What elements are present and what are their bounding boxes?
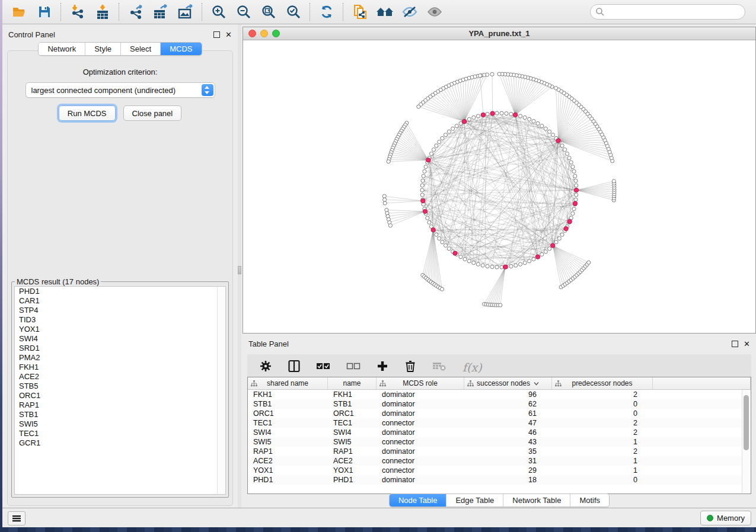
- mcds-result-item[interactable]: RAP1: [15, 400, 225, 410]
- memory-button[interactable]: Memory: [700, 511, 751, 525]
- mcds-result-item[interactable]: PMA2: [15, 353, 225, 363]
- mcds-result-item[interactable]: SWI5: [15, 419, 225, 429]
- table-row[interactable]: SWI5SWI5connector431: [248, 437, 751, 447]
- toolbar-separator: [60, 3, 62, 21]
- close-panel-button[interactable]: Close panel: [123, 105, 182, 121]
- run-mcds-button[interactable]: Run MCDS: [59, 105, 116, 121]
- hide-selected-icon[interactable]: [397, 2, 422, 22]
- show-all-icon[interactable]: [422, 2, 447, 22]
- mcds-result-item[interactable]: STB5: [15, 382, 225, 391]
- maximize-window-icon[interactable]: [272, 30, 280, 37]
- deselect-all-columns-icon[interactable]: [346, 362, 361, 373]
- open-file-icon[interactable]: [7, 2, 32, 22]
- cell-name: ORC1: [328, 409, 377, 418]
- clone-network-icon[interactable]: [347, 2, 372, 22]
- tab-mcds[interactable]: MCDS: [160, 43, 201, 55]
- tab-select[interactable]: Select: [120, 43, 160, 55]
- cell-MCDS-role: dominator: [377, 400, 464, 408]
- mcds-result-item[interactable]: SWI4: [15, 334, 225, 344]
- cell-successor-nodes: 46: [464, 428, 552, 437]
- cell-MCDS-role: dominator: [377, 428, 464, 437]
- table-row[interactable]: RAP1RAP1dominator352: [248, 447, 751, 456]
- mcds-result-item[interactable]: YOX1: [15, 325, 225, 334]
- close-panel-icon[interactable]: ✕: [225, 32, 232, 37]
- table-row[interactable]: ORC1ORC1dominator610: [248, 409, 751, 418]
- table-row[interactable]: FKH1FKH1dominator962: [248, 390, 751, 399]
- dropdown-stepper-icon: [202, 84, 213, 96]
- mcds-result-list[interactable]: PHD1CAR1STP4TID3YOX1SWI4SRD1PMA2FKH1ACE2…: [14, 286, 226, 495]
- table-scrollbar[interactable]: [742, 390, 750, 493]
- mcds-result-item[interactable]: TID3: [15, 315, 225, 325]
- mcds-result-item[interactable]: FKH1: [15, 363, 225, 372]
- minimize-window-icon[interactable]: [260, 30, 268, 37]
- close-panel-icon[interactable]: ✕: [744, 341, 750, 347]
- cell-shared-name: PHD1: [248, 476, 328, 484]
- cell-predecessor-nodes: 0: [552, 409, 653, 418]
- select-all-columns-icon[interactable]: [316, 362, 330, 373]
- table-row[interactable]: STB1STB1dominator620: [248, 399, 751, 409]
- network-window-titlebar: YPA_prune.txt_1: [243, 27, 755, 40]
- cell-MCDS-role: connector: [377, 457, 464, 465]
- mcds-result-title: MCDS result (17 nodes): [15, 277, 101, 286]
- tab-style[interactable]: Style: [85, 43, 120, 55]
- mcds-result-item[interactable]: STP4: [15, 306, 225, 315]
- mcds-tab-content: Optimization criterion: largest connecte…: [7, 50, 233, 506]
- cell-successor-nodes: 43: [464, 438, 552, 446]
- mcds-list-scrollbar[interactable]: [217, 287, 225, 494]
- network-canvas[interactable]: [243, 40, 755, 333]
- export-network-icon[interactable]: [123, 2, 148, 22]
- float-panel-icon[interactable]: [732, 341, 738, 347]
- table-tab-motifs[interactable]: Motifs: [570, 494, 609, 507]
- export-table-icon[interactable]: [148, 2, 173, 22]
- refresh-layout-icon[interactable]: [314, 2, 339, 22]
- table-row[interactable]: PHD1PHD1dominator180: [248, 475, 751, 485]
- cytoscape-app-window: Control Panel ✕ NetworkStyleSelectMCDS O…: [2, 0, 756, 527]
- control-panel: Control Panel ✕ NetworkStyleSelectMCDS O…: [2, 24, 238, 508]
- zoom-out-icon[interactable]: [231, 2, 256, 22]
- split-view-icon[interactable]: [288, 360, 300, 375]
- table-tab-node-table[interactable]: Node Table: [390, 494, 446, 507]
- mcds-result-item[interactable]: GCR1: [15, 438, 225, 448]
- save-session-icon[interactable]: [32, 2, 57, 22]
- tab-network[interactable]: Network: [39, 43, 85, 55]
- mcds-result-item[interactable]: ORC1: [15, 391, 225, 400]
- add-column-icon[interactable]: [377, 360, 388, 374]
- close-window-icon[interactable]: [248, 30, 256, 37]
- zoom-fit-icon[interactable]: [256, 2, 281, 22]
- cell-name: FKH1: [328, 390, 377, 399]
- mcds-result-item[interactable]: CAR1: [15, 296, 225, 306]
- cell-shared-name: RAP1: [248, 447, 328, 456]
- mcds-result-group: MCDS result (17 nodes) PHD1CAR1STP4TID3Y…: [11, 277, 229, 498]
- menu-list-button[interactable]: [8, 511, 25, 525]
- table-tab-edge-table[interactable]: Edge Table: [446, 494, 503, 507]
- mcds-result-item[interactable]: ACE2: [15, 372, 225, 382]
- column-header-shared-name[interactable]: shared name: [248, 377, 328, 389]
- table-scrollbar-thumb[interactable]: [744, 395, 749, 450]
- first-neighbors-icon[interactable]: [372, 2, 397, 22]
- gear-icon[interactable]: [259, 360, 272, 375]
- export-image-icon[interactable]: [173, 2, 198, 22]
- column-header-successor-nodes[interactable]: successor nodes: [464, 377, 552, 389]
- column-header-name[interactable]: name: [328, 377, 377, 389]
- zoom-selected-icon[interactable]: [281, 2, 306, 22]
- optimization-criterion-dropdown[interactable]: largest connected component (undirected): [25, 82, 215, 98]
- zoom-in-icon[interactable]: [206, 2, 231, 22]
- mcds-result-item[interactable]: STB1: [15, 410, 225, 419]
- cell-predecessor-nodes: 2: [552, 428, 653, 437]
- search-input[interactable]: [590, 4, 745, 20]
- column-header-MCDS-role[interactable]: MCDS role: [377, 377, 464, 389]
- mcds-result-item[interactable]: TEC1: [15, 429, 225, 438]
- column-header-predecessor-nodes[interactable]: predecessor nodes: [552, 377, 653, 389]
- table-row[interactable]: YOX1YOX1connector291: [248, 466, 751, 475]
- cell-name: SWI4: [328, 428, 377, 437]
- table-row[interactable]: SWI4SWI4dominator462: [248, 428, 751, 437]
- import-network-icon[interactable]: [65, 2, 90, 22]
- delete-column-icon[interactable]: [404, 360, 416, 375]
- table-tab-network-table[interactable]: Network Table: [503, 494, 570, 507]
- float-panel-icon[interactable]: [213, 31, 220, 38]
- table-row[interactable]: ACE2ACE2connector311: [248, 456, 751, 466]
- mcds-result-item[interactable]: PHD1: [15, 287, 225, 296]
- table-row[interactable]: TEC1TEC1connector472: [248, 418, 751, 428]
- mcds-result-item[interactable]: SRD1: [15, 344, 225, 353]
- import-table-icon[interactable]: [90, 2, 115, 22]
